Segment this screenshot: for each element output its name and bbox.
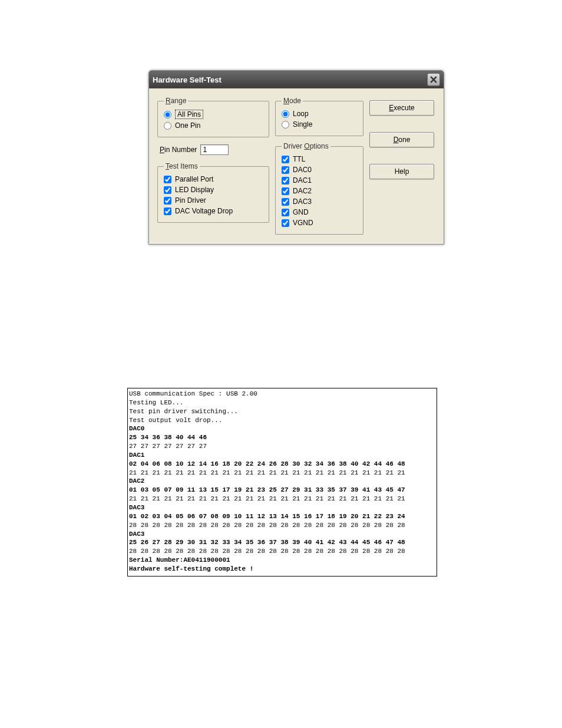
titlebar: Hardware Self-Test <box>149 71 444 88</box>
console-line: 25 34 36 38 40 44 46 <box>129 433 435 442</box>
driver-option-row: DAC1 <box>282 175 357 186</box>
driver-option-row: DAC2 <box>282 186 357 196</box>
range-group: Range All Pins One Pin <box>157 97 269 137</box>
range-all-pins-label: All Pins <box>175 110 203 119</box>
test-item-checkbox[interactable] <box>164 207 171 215</box>
test-item-label: Pin Driver <box>175 196 206 205</box>
test-item-label: Parallel Port <box>175 175 213 183</box>
range-all-pins-radio[interactable] <box>164 111 171 118</box>
console-line: Test output volt drop... <box>129 416 435 425</box>
test-items-legend: Test Items <box>164 162 200 170</box>
driver-option-row: GND <box>282 207 357 218</box>
console-line: Testing LED... <box>129 398 435 407</box>
driver-option-checkbox[interactable] <box>282 209 289 216</box>
test-item-label: LED Display <box>175 186 214 194</box>
console-line: DAC3 <box>129 530 435 539</box>
driver-options-legend: Driver Options <box>282 142 330 150</box>
driver-option-row: DAC3 <box>282 196 357 207</box>
driver-option-label: TTL <box>293 155 305 163</box>
close-icon <box>430 76 437 83</box>
console-line: DAC1 <box>129 451 435 460</box>
pin-number-label: Pin Number <box>160 146 197 154</box>
driver-option-label: DAC1 <box>293 176 312 185</box>
mode-group: Mode Loop Single <box>275 97 363 136</box>
mode-single-radio[interactable] <box>282 121 289 129</box>
test-item-label: DAC Voltage Drop <box>175 207 233 215</box>
driver-option-row: TTL <box>282 154 357 164</box>
console-line: 21 21 21 21 21 21 21 21 21 21 21 21 21 2… <box>129 469 435 477</box>
console-line: 25 26 27 28 29 30 31 32 33 34 35 36 37 3… <box>129 538 435 547</box>
range-legend: Range <box>164 97 188 105</box>
console-line: 01 03 05 07 09 11 13 15 17 19 21 23 25 2… <box>129 486 435 495</box>
driver-options-group: Driver Options TTLDAC0DAC1DAC2DAC3GNDVGN… <box>275 142 363 235</box>
mode-legend: Mode <box>282 97 303 105</box>
console-output: USB communication Spec : USB 2.00Testing… <box>127 388 437 577</box>
window-title: Hardware Self-Test <box>153 75 222 84</box>
pin-number-row: Pin Number <box>157 143 269 156</box>
range-one-pin-radio[interactable] <box>164 122 171 130</box>
close-button[interactable] <box>427 73 440 86</box>
driver-option-row: DAC0 <box>282 164 357 175</box>
test-item-checkbox[interactable] <box>164 186 171 194</box>
console-line: 02 04 06 08 10 12 14 16 18 20 22 24 26 2… <box>129 460 435 469</box>
driver-option-checkbox[interactable] <box>282 177 289 185</box>
done-button[interactable]: Done <box>369 132 434 147</box>
driver-option-label: GND <box>293 208 309 216</box>
console-line: Test pin driver switching... <box>129 407 435 416</box>
driver-option-row: VGND <box>282 218 357 228</box>
console-line: DAC2 <box>129 477 435 486</box>
hardware-self-test-dialog: Hardware Self-Test Range All Pins One Pi… <box>148 70 444 245</box>
pin-number-input[interactable] <box>200 144 229 155</box>
test-item-row: Parallel Port <box>164 174 263 185</box>
test-item-checkbox[interactable] <box>164 197 171 205</box>
test-item-row: LED Display <box>164 185 263 195</box>
test-item-row: Pin Driver <box>164 195 263 206</box>
driver-option-checkbox[interactable] <box>282 219 289 227</box>
console-line: Hardware self-testing complete ! <box>129 565 435 574</box>
console-line: 27 27 27 27 27 27 27 <box>129 442 435 451</box>
range-one-pin-label: One Pin <box>175 121 200 130</box>
mode-loop-label: Loop <box>293 110 309 118</box>
mode-loop-radio[interactable] <box>282 110 289 118</box>
console-line: 28 28 28 28 28 28 28 28 28 28 28 28 28 2… <box>129 521 435 530</box>
console-line: DAC3 <box>129 503 435 512</box>
console-line: 21 21 21 21 21 21 21 21 21 21 21 21 21 2… <box>129 495 435 503</box>
help-button[interactable]: Help <box>369 164 434 179</box>
driver-option-checkbox[interactable] <box>282 187 289 195</box>
dialog-body: Range All Pins One Pin Pin Number Test I… <box>149 88 444 244</box>
driver-option-label: DAC0 <box>293 166 312 174</box>
console-line: 01 02 03 04 05 06 07 08 09 10 11 12 13 1… <box>129 512 435 521</box>
test-item-row: DAC Voltage Drop <box>164 206 263 216</box>
driver-option-checkbox[interactable] <box>282 166 289 174</box>
driver-option-label: DAC3 <box>293 197 312 206</box>
console-line: USB communication Spec : USB 2.00 <box>129 390 435 398</box>
mode-single-label: Single <box>293 120 312 129</box>
execute-button[interactable]: Execute <box>369 100 434 116</box>
driver-option-label: VGND <box>293 219 313 227</box>
driver-option-checkbox[interactable] <box>282 156 289 163</box>
driver-option-label: DAC2 <box>293 187 312 195</box>
test-items-group: Test Items Parallel PortLED DisplayPin D… <box>157 162 269 223</box>
console-line: Serial Number:AE0411900001 <box>129 556 435 565</box>
test-item-checkbox[interactable] <box>164 176 171 183</box>
console-line: 28 28 28 28 28 28 28 28 28 28 28 28 28 2… <box>129 547 435 556</box>
console-line: DAC0 <box>129 424 435 433</box>
driver-option-checkbox[interactable] <box>282 198 289 206</box>
